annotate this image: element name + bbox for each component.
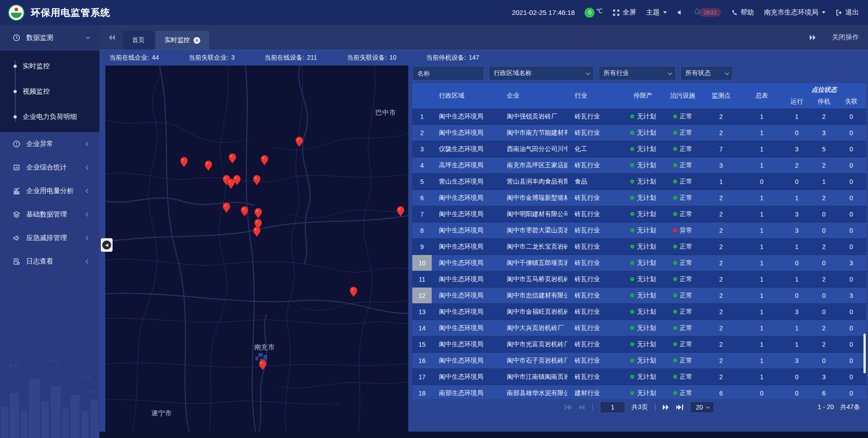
- map-pin-9[interactable]: [223, 203, 230, 213]
- map-pin-8[interactable]: [253, 175, 260, 186]
- sidebar-item-3[interactable]: 企业用电量分析: [0, 179, 99, 203]
- sidebar-collapse-button[interactable]: ◀: [101, 238, 113, 252]
- sidebar-item-1[interactable]: 企业异常: [0, 132, 99, 155]
- tab-1[interactable]: 实时监控✕: [156, 31, 209, 50]
- table-row[interactable]: 7 阆中生态环境局 阆中明阳建材有限公司 砖瓦行业 无计划 正常 2 1 3 0…: [412, 206, 866, 222]
- tabs-scroll-left-button[interactable]: [108, 34, 116, 41]
- map-pin-11[interactable]: [255, 208, 262, 219]
- table-row[interactable]: 9 阆中生态环境局 阆中市二龙长宝页岩砖 砖瓦行业 无计划 正常 2 1 1 2…: [412, 239, 866, 255]
- row-points-cell: 2: [701, 287, 741, 303]
- row-company-cell: 阆中市忠信建材有限公: [500, 287, 567, 303]
- stat-value: 3: [231, 54, 235, 62]
- row-points-cell: 6: [701, 385, 741, 399]
- row-stop-cell: 2: [811, 239, 836, 254]
- sidebar-item-2[interactable]: 企业综合统计: [0, 155, 99, 179]
- row-index-cell: 16: [412, 353, 432, 368]
- region-filter-select[interactable]: 行政区域名称: [489, 66, 594, 80]
- map-pin-15[interactable]: [350, 287, 357, 297]
- map-pin-4[interactable]: [261, 155, 268, 166]
- industry-filter-select[interactable]: 所有行业: [599, 66, 676, 80]
- prev-page-button[interactable]: [578, 404, 585, 410]
- fullscreen-button[interactable]: 全屏: [613, 8, 636, 17]
- tab-close-icon[interactable]: ✕: [193, 37, 200, 44]
- map-pin-2[interactable]: [205, 161, 212, 171]
- table-body: 1 阆中生态环境局 阆中强锐页岩砖厂 砖瓦行业 无计划 正常 2 1 1 2 0…: [412, 108, 866, 399]
- page-number-input[interactable]: [600, 401, 625, 413]
- row-region-cell: 仪陇生态环境局: [432, 141, 500, 157]
- mute-button[interactable]: [677, 9, 684, 16]
- map-pin-1[interactable]: [180, 157, 188, 168]
- status-dot-icon: [630, 375, 634, 379]
- map-pin-3[interactable]: [229, 154, 236, 164]
- table-row[interactable]: 18 南部生态环境局 南部县雄华水泥有限公 建材行业 无计划 正常 6 0 0 …: [412, 385, 866, 399]
- row-index-cell: 11: [412, 271, 432, 287]
- map-canvas: 巴中市南充市遂宁市: [105, 66, 408, 432]
- table-row[interactable]: 8 阆中生态环境局 阆中市枣碧大梁山页岩 砖瓦行业 无计划 异常 2 1 3 0…: [412, 222, 866, 239]
- sidebar-subitem-1[interactable]: 视频监控: [0, 79, 99, 104]
- sidebar-subitem-0[interactable]: 实时监控: [0, 53, 99, 79]
- table-row[interactable]: 6 阆中生态环境局 阆中市金博瑞新型墙材 砖瓦行业 无计划 正常 2 1 1 2…: [412, 190, 866, 206]
- table-row[interactable]: 12 阆中生态环境局 阆中市忠信建材有限公 砖瓦行业 无计划 正常 2 1 0 …: [412, 287, 866, 304]
- sidebar-subitem-2[interactable]: 企业电力负荷明细: [0, 104, 99, 129]
- table-row[interactable]: 1 阆中生态环境局 阆中强锐页岩砖厂 砖瓦行业 无计划 正常 2 1 1 2 0: [412, 108, 866, 125]
- page-size-select[interactable]: 20: [690, 401, 714, 413]
- sidebar-item-4[interactable]: 基础数据管理: [0, 203, 99, 226]
- table-row[interactable]: 14 阆中生态环境局 阆中大兴页岩机砖厂 砖瓦行业 无计划 正常 2 1 1 2…: [412, 320, 866, 336]
- logout-button[interactable]: 退出: [835, 8, 859, 17]
- row-facility-cell: 正常: [665, 353, 701, 368]
- map-pin-0[interactable]: [296, 137, 303, 147]
- name-filter-input[interactable]: [412, 66, 484, 80]
- table-row[interactable]: 15 阆中生态环境局 阆中市光富页岩机砖厂 砖瓦行业 无计划 正常 2 1 1 …: [412, 336, 866, 353]
- map-pin-10[interactable]: [241, 207, 248, 217]
- table-row[interactable]: 3 仪陇生态环境局 西南油气田分公司川中 化工 无计划 正常 7 1 3 5 0: [412, 141, 866, 157]
- tab-0[interactable]: 首页: [123, 31, 154, 50]
- row-region-cell: 南部生态环境局: [432, 385, 500, 399]
- table-scrollbar-thumb[interactable]: [863, 334, 866, 373]
- row-meters-cell: 1: [741, 239, 782, 254]
- col-header-stop: 停机: [811, 95, 836, 108]
- row-run-cell: 1: [782, 239, 811, 254]
- status-dot-icon: [630, 293, 634, 297]
- status-dot-icon: [673, 228, 677, 232]
- map-pin-14[interactable]: [397, 207, 404, 217]
- row-region-cell: 阆中生态环境局: [432, 369, 500, 385]
- theme-dropdown[interactable]: 主题: [646, 8, 667, 17]
- sidebar-item-5[interactable]: 应急减排管理: [0, 226, 99, 250]
- table-row[interactable]: 13 阆中生态环境局 阆中市金福旺页岩机砖 砖瓦行业 无计划 正常 2 1 3 …: [412, 304, 866, 320]
- next-page-button[interactable]: [662, 404, 670, 410]
- table-row[interactable]: 10 阆中生态环境局 阆中千佛镇五郎垭页岩 砖瓦行业 无计划 正常 2 1 0 …: [412, 255, 866, 271]
- map-panel[interactable]: 巴中市南充市遂宁市 ◀: [105, 66, 408, 432]
- row-points-cell: 3: [701, 157, 741, 173]
- row-run-cell: 0: [782, 174, 811, 189]
- sidebar-item-6[interactable]: 日志查看: [0, 250, 99, 273]
- row-industry-cell: 砖瓦行业: [567, 190, 622, 206]
- filter-bar: 行政区域名称 所有行业 所有状态: [412, 66, 866, 80]
- table-row[interactable]: 17 阆中生态环境局 阆中市江南镇阆南页岩 砖瓦行业 无计划 正常 2 1 0 …: [412, 369, 866, 385]
- app-title: 环保用电监管系统: [31, 6, 110, 19]
- row-facility-cell: 正常: [665, 239, 701, 254]
- notifications-badge[interactable]: 2632: [693, 8, 721, 17]
- sidebar-item-label: 企业综合统计: [26, 163, 67, 172]
- row-stop-cell: 0: [811, 255, 836, 271]
- status-filter-select[interactable]: 所有状态: [680, 66, 733, 80]
- table-row[interactable]: 11 阆中生态环境局 阆中市五马桥页岩机砖 砖瓦行业 无计划 正常 2 1 1 …: [412, 271, 866, 287]
- table-row[interactable]: 4 高坪生态环境局 南充市高坪区王家店建 砖瓦行业 无计划 正常 3 1 2 2…: [412, 157, 866, 174]
- sidebar-item-0[interactable]: 数据监测: [0, 25, 99, 51]
- help-button[interactable]: 帮助: [731, 8, 754, 17]
- map-pin-13[interactable]: [253, 227, 260, 237]
- close-operations-button[interactable]: 关闭操作: [832, 33, 859, 42]
- tabs-scroll-right-button[interactable]: [809, 34, 816, 41]
- last-page-button[interactable]: [676, 404, 684, 410]
- row-run-cell: 1: [782, 336, 811, 352]
- first-page-button[interactable]: [564, 404, 572, 410]
- row-limit-cell: 无计划: [622, 255, 665, 271]
- table-row[interactable]: 5 营山生态环境局 营山县润丰肉食品有限 食品 无计划 正常 1 0 0 1 0: [412, 174, 866, 190]
- row-lost-cell: 0: [836, 385, 866, 399]
- table-row[interactable]: 2 阆中生态环境局 阆中市南方节能建材有 砖瓦行业 无计划 正常 2 1 0 3…: [412, 125, 866, 141]
- org-dropdown[interactable]: 南充市生态环境局: [764, 8, 826, 17]
- row-stop-cell: 2: [811, 190, 836, 206]
- table-row[interactable]: 16 阆中生态环境局 阆中市石子页岩机砖厂 砖瓦行业 无计划 正常 2 1 3 …: [412, 353, 866, 369]
- map-pin-16[interactable]: [259, 360, 266, 371]
- row-run-cell: 1: [782, 271, 811, 287]
- status-dot-icon: [673, 179, 677, 184]
